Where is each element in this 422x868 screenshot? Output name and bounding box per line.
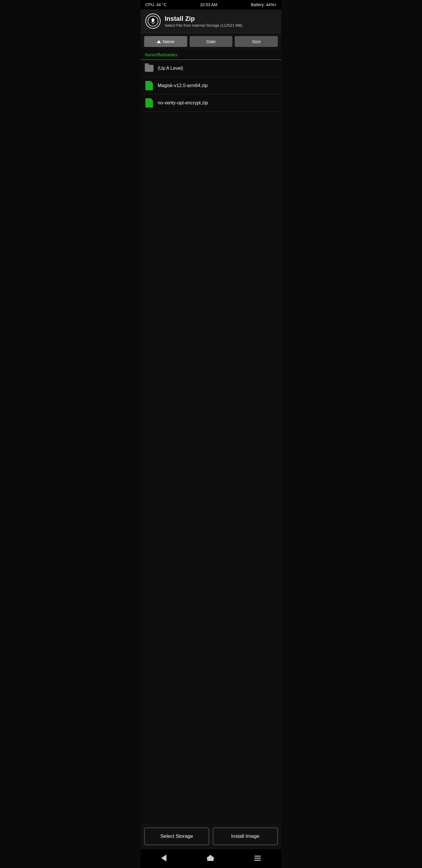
select-storage-label: Select Storage: [160, 833, 193, 839]
sort-date-label: Date: [206, 39, 216, 44]
back-icon: [161, 855, 166, 862]
file-name: Magisk-v12.0-arm64.zip: [158, 83, 208, 88]
sort-size-button[interactable]: Size: [235, 36, 278, 47]
app-logo: [145, 13, 161, 29]
home-icon: [207, 855, 214, 861]
page-subtitle: Select File from Internal Storage (11252…: [165, 23, 242, 28]
header-text: Install Zip Select File from Internal St…: [165, 15, 242, 28]
time-status: 10:53 AM: [200, 2, 218, 7]
battery-status: Battery: 44%+: [251, 2, 277, 7]
sort-name-label: Name: [163, 39, 174, 44]
zip-file-icon: [145, 98, 153, 107]
menu-icon: [254, 856, 261, 861]
folder-icon: [145, 65, 154, 72]
sort-date-button[interactable]: Date: [190, 36, 233, 47]
install-image-button[interactable]: Install Image: [213, 828, 278, 845]
bottom-buttons: Select Storage Install Image: [144, 828, 278, 845]
list-item[interactable]: (Up A Level): [141, 60, 281, 77]
sort-name-button[interactable]: Name: [144, 36, 187, 47]
list-item[interactable]: no-verity-opt-encrypt.zip: [141, 94, 281, 112]
page-title: Install Zip: [165, 15, 242, 23]
file-name: (Up A Level): [158, 66, 183, 71]
sort-bar: Name Date Size: [141, 33, 281, 50]
back-button[interactable]: [155, 853, 172, 863]
select-storage-button[interactable]: Select Storage: [144, 828, 209, 845]
nav-bar: [141, 849, 281, 868]
home-button[interactable]: [201, 853, 220, 863]
file-list: (Up A Level)Magisk-v12.0-arm64.zipno-ver…: [141, 60, 281, 824]
sort-arrow-icon: [157, 40, 161, 43]
install-image-label: Install Image: [231, 833, 259, 839]
bottom-area: Select Storage Install Image: [141, 824, 281, 849]
sort-size-label: Size: [252, 39, 261, 44]
cpu-status: CPU: 44 °C: [145, 2, 167, 7]
list-item[interactable]: Magisk-v12.0-arm64.zip: [141, 77, 281, 94]
current-path: /twres/flashables: [141, 50, 281, 60]
file-name: no-verity-opt-encrypt.zip: [158, 100, 208, 105]
menu-button[interactable]: [249, 854, 267, 862]
header: Install Zip Select File from Internal St…: [141, 9, 281, 33]
zip-file-icon: [145, 81, 153, 90]
status-bar: CPU: 44 °C 10:53 AM Battery: 44%+: [141, 0, 281, 9]
